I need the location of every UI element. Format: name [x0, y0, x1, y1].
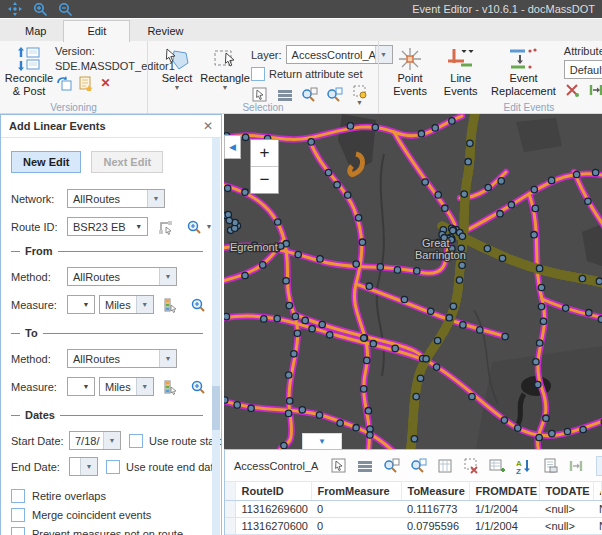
from-measure-arrow-icon[interactable]: ▼	[78, 296, 94, 313]
grid-add-row-icon[interactable]	[489, 458, 505, 474]
map-view[interactable]: Egremont Great Barrington ◀ + − ▼	[224, 114, 602, 449]
grid-report-icon[interactable]	[542, 458, 558, 474]
reconcile-post-button[interactable]: Reconcile & Post	[5, 44, 53, 98]
next-edit-button: Next Edit	[91, 151, 163, 173]
grid-statistics-icon[interactable]	[437, 458, 453, 474]
header-accesscontrol[interactable]: AC	[593, 482, 602, 501]
cell: N	[593, 518, 602, 535]
row-gutter[interactable]	[225, 501, 235, 518]
merge-coincident-events-checkbox[interactable]	[11, 508, 25, 522]
new-version-icon[interactable]	[76, 75, 93, 91]
delete-version-icon[interactable]: ✕	[97, 75, 114, 91]
chevron-down-icon: ▼	[318, 437, 326, 446]
to-method-dropdown[interactable]: AllRoutes ▼	[67, 349, 177, 368]
to-measure-select-icon[interactable]	[162, 379, 178, 395]
refresh-version-icon[interactable]	[55, 75, 72, 91]
line-events-button[interactable]: Line Events	[436, 44, 485, 98]
tab-edit[interactable]: Edit	[63, 20, 130, 42]
rectangle-select-button[interactable]: Rectangle ▼	[201, 44, 249, 92]
map-zoom-out-button[interactable]: −	[251, 166, 278, 193]
panel-scrollbar[interactable]	[212, 138, 220, 535]
grid-pan-to-selection-icon[interactable]	[410, 458, 427, 474]
from-measure-zoom-icon[interactable]	[190, 297, 206, 313]
map-zoom-in-button[interactable]: +	[251, 140, 278, 166]
clear-selection-icon[interactable]	[351, 84, 368, 100]
grid-clear-selection-icon[interactable]	[463, 458, 479, 474]
grid-select-features-icon[interactable]	[331, 458, 347, 474]
to-measure-arrow-icon[interactable]: ▼	[78, 378, 94, 395]
to-measure-zoom-icon[interactable]	[190, 379, 206, 395]
rectangle-caret-icon[interactable]: ▼	[222, 85, 229, 91]
select-route-icon[interactable]	[158, 219, 174, 235]
attribute-table-icon[interactable]	[276, 87, 293, 103]
to-unit-dropdown[interactable]: Miles ▼	[99, 377, 154, 396]
panel-header: Add Linear Events ✕	[1, 115, 221, 138]
start-date-arrow-icon[interactable]: ▼	[103, 432, 120, 449]
retire-overlaps-checkbox[interactable]	[11, 489, 25, 503]
from-unit-dropdown[interactable]: Miles ▼	[99, 295, 154, 314]
use-route-end-date-checkbox[interactable]	[106, 460, 120, 474]
route-id-combo[interactable]: BSR23 EB ▼	[67, 217, 148, 236]
header-gutter	[225, 482, 235, 501]
header-tomeasure[interactable]: ToMeasure	[401, 482, 469, 501]
header-routeid[interactable]: RouteID	[235, 482, 311, 501]
header-todate[interactable]: TODATE	[539, 482, 593, 501]
tab-review[interactable]: Review	[130, 22, 200, 41]
route-zoom-icon[interactable]	[186, 219, 202, 235]
select-button[interactable]: Select ▼	[153, 44, 201, 92]
select-features-icon[interactable]	[251, 87, 268, 103]
merge-coincident-events-label: Merge coincident events	[32, 509, 151, 521]
start-date-value: 7/18/	[70, 432, 103, 449]
row-gutter[interactable]	[225, 518, 235, 535]
network-dropdown[interactable]: AllRoutes ▼	[67, 189, 165, 208]
attribute-set-dropdown[interactable]: Default	[564, 60, 602, 79]
event-replacement-icon	[507, 45, 541, 72]
zoom-to-selection-icon[interactable]	[301, 87, 318, 103]
from-measure-combo[interactable]: ▼	[67, 295, 95, 314]
from-unit-arrow-icon[interactable]: ▼	[136, 296, 153, 313]
return-attribute-set-checkbox[interactable]	[251, 67, 265, 81]
pan-to-selection-icon[interactable]	[326, 87, 343, 103]
grid-collapse-tab[interactable]: ▼	[302, 433, 342, 449]
pan-icon[interactable]	[7, 1, 23, 17]
zoom-out-icon[interactable]	[57, 1, 73, 17]
end-date-field[interactable]: ▼	[69, 457, 98, 476]
map-canvas[interactable]: Egremont Great Barrington	[224, 114, 602, 449]
table-row[interactable]: 11316269600 0 0.1116773 1/1/2004 <null> …	[225, 501, 602, 518]
to-measure-combo[interactable]: ▼	[67, 377, 95, 396]
network-dropdown-arrow-icon[interactable]: ▼	[147, 190, 164, 207]
header-frommeasure[interactable]: FromMeasure	[311, 482, 401, 501]
route-id-combo-arrow-icon[interactable]: ▼	[131, 218, 147, 235]
prevent-measures-checkbox[interactable]	[11, 527, 25, 535]
select-caret-icon[interactable]: ▼	[174, 85, 181, 91]
panel-scrollbar-thumb[interactable]	[212, 386, 220, 430]
grid-zoom-to-selection-icon[interactable]	[383, 458, 400, 474]
header-fromdate[interactable]: FROMDATE	[469, 482, 539, 501]
to-unit-arrow-icon[interactable]: ▼	[136, 378, 153, 395]
map-collapse-left-button[interactable]: ◀	[224, 135, 241, 159]
panel-close-icon[interactable]: ✕	[203, 119, 213, 133]
grid-sort-icon[interactable]: A Z	[515, 458, 532, 474]
to-method-label: Method:	[11, 353, 67, 365]
add-linear-events-panel: Add Linear Events ✕ New Edit Next Edit N…	[0, 114, 222, 535]
grid-rows-icon[interactable]	[357, 458, 373, 474]
point-events-button[interactable]: Point Events	[384, 44, 436, 98]
zoom-in-icon[interactable]	[32, 1, 48, 17]
to-method-arrow-icon[interactable]: ▼	[159, 350, 176, 367]
tab-map[interactable]: Map	[8, 22, 63, 41]
use-route-start-date-checkbox[interactable]	[129, 434, 143, 448]
from-measure-select-icon[interactable]	[162, 297, 178, 313]
event-replacement-button[interactable]: Event Replacement	[485, 44, 562, 98]
from-method-arrow-icon[interactable]: ▼	[159, 268, 176, 285]
table-row[interactable]: 11316270600 0 0.0795596 1/1/2004 <null> …	[225, 518, 602, 535]
start-date-field[interactable]: 7/18/ ▼	[69, 431, 121, 450]
cut-event-icon[interactable]	[564, 82, 580, 98]
end-date-arrow-icon[interactable]: ▼	[80, 458, 97, 475]
start-date-label: Start Date:	[11, 435, 69, 447]
layer-dropdown[interactable]: AccessControl_A ▼	[286, 45, 393, 64]
split-event-icon[interactable]	[588, 82, 602, 98]
event-editor-window: Event Editor - v10.6.1 - docMassDOT Map …	[0, 0, 602, 535]
chevron-left-icon: ◀	[229, 142, 236, 152]
from-method-dropdown[interactable]: AllRoutes ▼	[67, 267, 177, 286]
new-edit-button[interactable]: New Edit	[11, 151, 81, 173]
